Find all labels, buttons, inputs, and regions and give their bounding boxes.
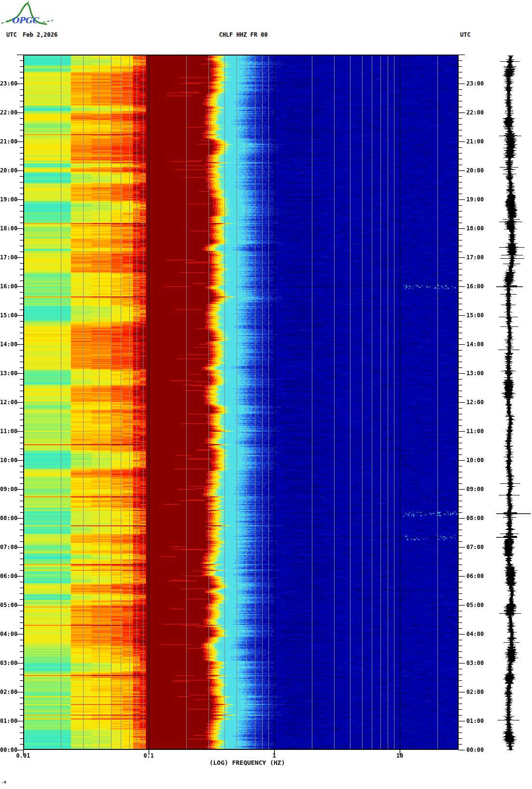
x-axis-title: (LOG) FREQUENCY (HZ) — [189, 759, 305, 766]
corner-artifact: .a — [1, 780, 6, 784]
y-axis-label-left: 09:00 — [0, 486, 16, 493]
y-axis-label-left: 22:00 — [0, 109, 16, 116]
y-axis-label-left: 20:00 — [0, 167, 16, 174]
y-axis-label-right: 05:00 — [466, 602, 490, 608]
y-axis-label-right: 16:00 — [466, 283, 490, 290]
y-axis-label-right: 01:00 — [466, 718, 490, 724]
y-axis-label-left: 14:00 — [0, 341, 16, 348]
y-axis-label-right: 20:00 — [466, 167, 490, 174]
x-axis-tick-label: 10 — [385, 752, 414, 759]
y-axis-label-left: 04:00 — [0, 631, 16, 637]
y-axis-label-right: 15:00 — [466, 312, 490, 319]
y-axis-label-right: 14:00 — [466, 341, 490, 348]
y-axis-label-right: 09:00 — [466, 486, 490, 493]
y-axis-label-right: 10:00 — [466, 457, 490, 464]
y-axis-label-right: 02:00 — [466, 689, 490, 695]
y-axis-label-right: 04:00 — [466, 631, 490, 637]
y-axis-label-left: 05:00 — [0, 602, 16, 608]
y-axis-label-left: 18:00 — [0, 225, 16, 232]
y-axis-label-right: 07:00 — [466, 544, 490, 550]
y-axis-label-right: 18:00 — [466, 225, 490, 232]
y-axis-label-right: 13:00 — [466, 370, 490, 377]
y-axis-label-right: 19:00 — [466, 196, 490, 203]
x-axis-tick-label: 0.01 — [9, 752, 38, 759]
y-axis-label-left: 06:00 — [0, 573, 16, 579]
y-axis-label-left: 19:00 — [0, 196, 16, 203]
y-axis-label-right: 12:00 — [466, 399, 490, 406]
y-axis-label-left: 17:00 — [0, 254, 16, 261]
y-axis-label-right: 11:00 — [466, 428, 490, 435]
y-axis-label-left: 13:00 — [0, 370, 16, 377]
y-axis-label-left: 03:00 — [0, 660, 16, 666]
y-axis-label-right: 17:00 — [466, 254, 490, 261]
y-axis-label-right: 06:00 — [466, 573, 490, 579]
y-axis-label-left: 07:00 — [0, 544, 16, 550]
x-axis-tick-label: 1 — [260, 752, 289, 759]
y-axis-label-left: 16:00 — [0, 283, 16, 290]
axis-labels-layer: 00:0000:0001:0001:0002:0002:0003:0003:00… — [0, 0, 532, 789]
y-axis-label-left: 10:00 — [0, 457, 16, 464]
y-axis-label-left: 23:00 — [0, 80, 16, 87]
y-axis-label-left: 08:00 — [0, 515, 16, 521]
spectrogram-page: OPGC UTC Feb 2,2026 CHLF HHZ FR 00 UTC 0… — [0, 0, 532, 789]
y-axis-label-left: 01:00 — [0, 718, 16, 724]
y-axis-label-left: 11:00 — [0, 428, 16, 435]
y-axis-label-left: 21:00 — [0, 138, 16, 145]
y-axis-label-left: 15:00 — [0, 312, 16, 319]
y-axis-label-right: 23:00 — [466, 80, 490, 87]
x-axis-tick-label: 0.1 — [134, 752, 163, 759]
y-axis-label-right: 22:00 — [466, 109, 490, 116]
y-axis-label-left: 02:00 — [0, 689, 16, 695]
y-axis-label-right: 03:00 — [466, 660, 490, 666]
y-axis-label-right: 21:00 — [466, 138, 490, 145]
y-axis-label-right: 00:00 — [466, 747, 490, 753]
y-axis-label-right: 08:00 — [466, 515, 490, 521]
y-axis-label-left: 12:00 — [0, 399, 16, 406]
